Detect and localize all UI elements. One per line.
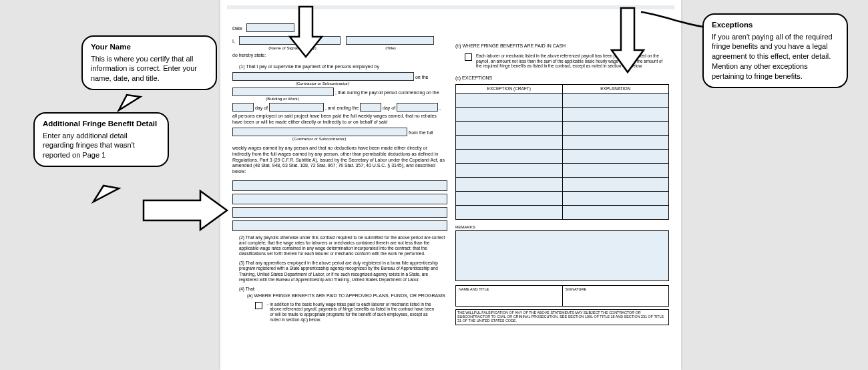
section-4b-body: Each laborer or mechanic listed in the a… [476,53,663,69]
callout-fringe: Additional Fringe Benefit Detail Enter a… [33,112,169,167]
exc-cell[interactable] [456,150,563,164]
callout-exceptions: Exceptions If you aren't paying all of t… [702,13,848,88]
dayof-1: day of [255,106,268,110]
signature-table: NAME AND TITLE SIGNATURE [455,285,669,307]
exc-cell[interactable] [456,164,563,178]
dayof-2: day of [383,106,395,110]
expl-cell[interactable] [562,108,669,122]
callout-title: Your Name [91,42,208,53]
exceptions-table: EXCEPTION (CRAFT) EXPLANATION [455,84,669,220]
end-day-field[interactable] [360,103,381,112]
signatory-name-caption: (Name of Signatory Party) [239,45,346,51]
exc-cell[interactable] [456,122,563,136]
exc-cell[interactable] [456,206,563,220]
section-3: (3) That any apprentices employed in the… [232,260,446,283]
date-field[interactable] [246,23,294,32]
callout-title: Exceptions [712,20,839,31]
checkbox-4b[interactable] [465,53,472,61]
exc-cell[interactable] [456,178,563,192]
expl-cell[interactable] [562,206,669,220]
i-label: I, [232,39,235,43]
exc-cell[interactable] [456,192,563,206]
section-2: (2) That any payrolls otherwise under th… [232,235,446,257]
hereby-text: do hereby state: [232,53,446,59]
remarks-label: REMARKS [455,225,669,230]
deduction-line-2[interactable] [232,194,447,204]
from-full: from the full [409,131,433,136]
deduction-line-1[interactable] [232,180,447,191]
expl-cell[interactable] [562,178,669,192]
start-day-field[interactable] [232,103,254,112]
form-body: Date I, (Name of Signatory Party) (Title… [232,23,669,325]
date-label: Date [232,26,242,31]
all-persons-text: all persons employed on said project hav… [232,114,446,126]
and-ending: , and ending the [325,106,359,110]
on-the-text: on the [415,75,428,80]
col-exception: EXCEPTION (CRAFT) [456,85,563,94]
section-1: (1) That I pay or supervise the payment … [232,64,446,70]
expl-cell[interactable] [562,150,669,164]
expl-cell[interactable] [562,164,669,178]
arrow-right-fringe [144,191,227,230]
name-title-cell[interactable]: NAME AND TITLE [456,285,563,306]
expl-cell[interactable] [562,122,669,136]
that-during-text: ; that during the payroll period commenc… [335,90,439,95]
section-4: (4) That: [232,287,446,292]
header-band [227,5,674,9]
deduction-line-4[interactable] [232,220,447,231]
building-field[interactable] [232,87,334,96]
callout-body: Enter any additional detail regarding fr… [43,132,135,160]
signature-cell[interactable]: SIGNATURE [562,285,669,306]
callout-body: If you aren't paying all of the required… [712,33,833,80]
contractor-caption-1: (Contractor or Subcontractor) [232,81,413,86]
form-page: Date I, (Name of Signatory Party) (Title… [220,0,681,370]
section-4c-title: (c) EXCEPTIONS [455,75,669,81]
start-month-field[interactable] [269,103,324,112]
callout-title: Additional Fringe Benefit Detail [43,119,160,130]
disclaimer: THE WILLFUL FALSIFICATION OF ANY OF THE … [455,309,669,325]
exc-cell[interactable] [456,136,563,150]
signatory-name-field[interactable] [239,36,341,45]
col-explanation: EXPLANATION [562,85,669,94]
expl-cell[interactable] [562,192,669,206]
trail-comma: , [439,106,441,110]
end-month-field[interactable] [397,103,438,112]
callout-your-name: Your Name This is where you certify that… [81,35,217,90]
tail-your-name [119,95,140,110]
expl-cell[interactable] [562,94,669,108]
checkbox-4a[interactable] [255,302,262,309]
signatory-title-caption: (Title) [347,45,434,51]
signatory-title-field[interactable] [346,36,434,45]
expl-cell[interactable] [562,136,669,150]
remarks-field[interactable] [455,230,669,281]
weekly-text: weekly wages earned by any person and th… [232,146,446,175]
section-4a-body: in addition to the basic hourly wage rat… [270,302,437,323]
building-caption: (Building or Work) [232,96,333,102]
section-4a: (a) WHERE FRINGE BENEFITS ARE PAID TO AP… [232,293,446,299]
contractor-field-1[interactable] [232,72,414,81]
exc-cell[interactable] [456,94,563,108]
section-4b-title: (b) WHERE FRINGE BENEFITS ARE PAID IN CA… [455,43,669,49]
dash-4a: – [266,302,268,307]
deduction-line-3[interactable] [232,207,447,218]
contractor-field-2[interactable] [232,128,407,136]
callout-body: This is where you certify that all infor… [91,55,197,83]
tail-fringe [93,186,119,202]
exc-cell[interactable] [456,108,563,122]
contractor-caption-2: (Contractor or Subcontractor) [232,136,406,142]
